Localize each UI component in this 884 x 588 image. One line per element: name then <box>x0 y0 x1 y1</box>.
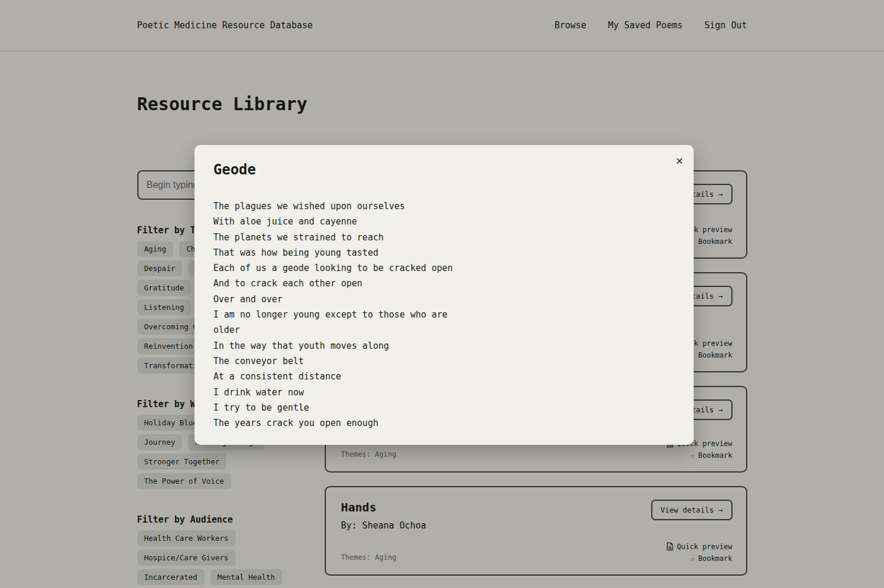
poem-preview-modal: ✕ Geode The plagues we wished upon ourse… <box>194 145 694 445</box>
poem-text: The plagues we wished upon ourselves Wit… <box>213 199 468 431</box>
poem-modal-title: Geode <box>213 161 675 179</box>
close-icon[interactable]: ✕ <box>674 151 685 170</box>
